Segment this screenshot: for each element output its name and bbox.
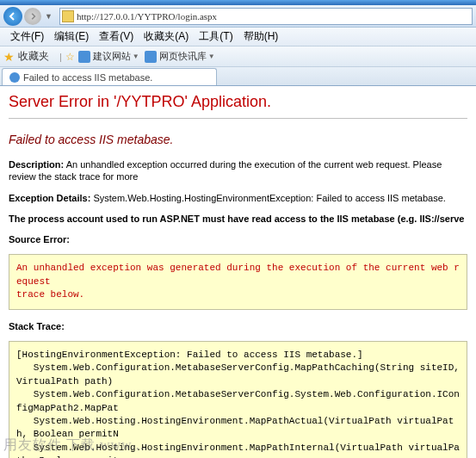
- address-bar[interactable]: http://127.0.0.1/YYTPRO/login.aspx: [59, 8, 473, 25]
- nav-dropdown-icon[interactable]: ▼: [45, 12, 53, 21]
- source-error-label: Source Error:: [9, 233, 467, 245]
- suggested-sites-link[interactable]: 建议网站 ▼: [78, 50, 139, 63]
- chevron-down-icon: ▼: [208, 53, 215, 60]
- forward-button[interactable]: [24, 8, 41, 25]
- source-error-block: An unhandled exception was generated dur…: [9, 254, 467, 309]
- forward-arrow-icon: [29, 13, 36, 20]
- menu-favorites[interactable]: 收藏夹(A): [139, 28, 194, 46]
- description-text: An unhandled exception occurred during t…: [9, 159, 442, 182]
- stack-trace-label: Stack Trace:: [9, 320, 467, 332]
- watermark-text: 用友软件 下载 www...: [3, 436, 145, 455]
- exception-row: Exception Details: System.Web.Hosting.Ho…: [9, 192, 467, 204]
- chevron-down-icon: ▼: [133, 53, 139, 60]
- back-button[interactable]: [3, 7, 22, 26]
- process-note: The process account used to run ASP.NET …: [9, 213, 467, 225]
- quick-label: 网页快讯库: [159, 50, 207, 63]
- menu-edit[interactable]: 编辑(E): [49, 28, 94, 46]
- tab-strip: Failed to access IIS metabase.: [0, 67, 476, 86]
- tab-title: Failed to access IIS metabase.: [23, 72, 152, 83]
- menu-tools[interactable]: 工具(T): [194, 28, 238, 46]
- exception-label: Exception Details:: [9, 193, 90, 203]
- separator: |: [59, 52, 62, 62]
- back-arrow-icon: [9, 12, 17, 21]
- suggested-star-icon: ☆: [65, 51, 75, 63]
- favorites-label[interactable]: 收藏夹: [18, 49, 49, 64]
- favorites-star-icon[interactable]: ★: [3, 50, 15, 64]
- page-favicon-icon: [62, 10, 74, 22]
- menu-bar: 文件(F) 编辑(E) 查看(V) 收藏夹(A) 工具(T) 帮助(H): [0, 28, 476, 46]
- menu-view[interactable]: 查看(V): [94, 28, 139, 46]
- error-subheading: Failed to access IIS metabase.: [9, 133, 467, 146]
- address-text: http://127.0.0.1/YYTPRO/login.aspx: [77, 11, 470, 22]
- menu-help[interactable]: 帮助(H): [238, 28, 284, 46]
- browser-tab[interactable]: Failed to access IIS metabase.: [2, 68, 217, 85]
- process-note-text: The process account used to run ASP.NET …: [9, 214, 464, 224]
- page-content: Server Error in '/YYTPRO' Application. F…: [0, 86, 476, 458]
- menu-file[interactable]: 文件(F): [5, 28, 49, 46]
- nav-toolbar: ▼ http://127.0.0.1/YYTPRO/login.aspx: [0, 5, 476, 28]
- web-slice-link[interactable]: 网页快讯库 ▼: [145, 50, 215, 63]
- suggested-label: 建议网站: [93, 50, 131, 63]
- divider: [9, 118, 467, 119]
- description-row: Description: An unhandled exception occu…: [9, 158, 467, 183]
- ie-icon: [145, 51, 157, 63]
- ie-icon: [78, 51, 90, 63]
- tab-favicon-icon: [9, 72, 20, 83]
- favorites-bar: ★ 收藏夹 | ☆ 建议网站 ▼ 网页快讯库 ▼: [0, 46, 476, 67]
- error-heading: Server Error in '/YYTPRO' Application.: [9, 93, 467, 111]
- exception-text: System.Web.Hosting.HostingEnvironmentExc…: [93, 193, 445, 203]
- description-label: Description:: [9, 159, 64, 170]
